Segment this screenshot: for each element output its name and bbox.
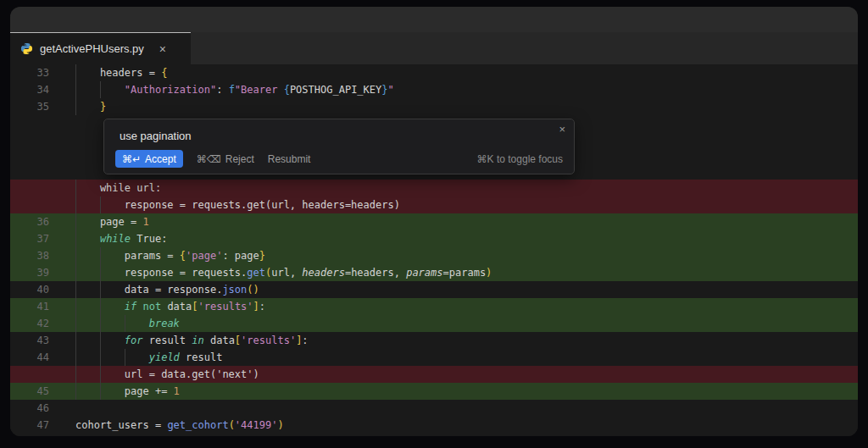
code-token: headers = [75,67,161,79]
code-line[interactable]: while url: [10,180,858,196]
code-text: page = 1 [49,213,149,230]
code-line[interactable]: 42 break [10,315,858,332]
tab-getactivephusers[interactable]: getActivePHUsers.py × [10,32,191,64]
indent-guide [75,213,76,230]
code-token: POSTHOG_API_KEY [290,84,381,96]
indent-guide [75,264,76,281]
code-token: data [204,335,235,346]
code-line[interactable]: response = requests.get(url, headers=hea… [10,196,858,213]
indent-guide [75,332,76,349]
code-token: ) [486,267,492,279]
code-text: response = requests.get(url, headers=hea… [49,196,400,213]
reject-button[interactable]: ⌘⌫ Reject [197,153,254,165]
code-line[interactable]: 37 while True: [10,230,858,247]
code-line[interactable]: 40 data = response.json() [10,281,858,298]
resubmit-button[interactable]: Resubmit [268,153,311,165]
code-line[interactable]: 35 } [10,98,858,115]
code-line[interactable]: 47cohort_users = get_cohort('44199') [10,417,858,434]
indent-guide [100,349,101,366]
reject-shortcut: ⌘⌫ [197,153,221,165]
code-token: "Bearer [235,84,284,96]
code-text: while True: [49,230,167,247]
code-text: cohort_users = get_cohort('44199') [49,417,284,434]
line-number: 36 [10,213,49,230]
code-token: json [222,284,247,296]
code-token: () [247,284,259,296]
code-line[interactable]: 33 headers = { [10,64,858,81]
code-token: True: [131,233,167,245]
code-line[interactable]: 39 response = requests.get(url, headers=… [10,264,858,281]
accept-label: Accept [145,153,176,165]
line-number: 42 [10,315,49,332]
code-token: [ [235,335,241,346]
indent-guide [100,247,101,264]
prompt-close-icon[interactable]: × [559,123,565,136]
code-line[interactable]: 34 "Authorization": f"Bearer {POSTHOG_AP… [10,81,858,98]
code-line[interactable]: 44 yield result [10,349,858,366]
line-number [10,196,49,213]
indent-guide [75,230,76,247]
code-token: page = [75,216,142,228]
tab-close-icon[interactable]: × [159,42,166,56]
accept-button[interactable]: ⌘↵ Accept [115,150,183,168]
code-token [75,351,149,363]
indent-guide [75,64,76,81]
code-token: " [388,84,394,96]
code-text: for result in data['results']: [49,332,309,349]
line-number: 40 [10,281,49,298]
code-line[interactable]: 36 page = 1 [10,213,858,230]
code-token: params [406,267,442,279]
indent-guide [75,298,76,315]
code-text: } [49,98,106,115]
code-line[interactable]: 45 page += 1 [10,383,858,400]
code-token: : [216,84,228,96]
code-token: 1 [174,385,180,397]
code-token: } [259,250,265,262]
code-line[interactable]: 38 params = {'page': page} [10,247,858,264]
code-text: if not data['results']: [49,298,265,315]
code-token: if [125,301,136,312]
line-number: 46 [10,400,49,417]
code-line[interactable]: 41 if not data['results']: [10,298,858,315]
window-titlebar [10,7,858,32]
code-line[interactable]: 43 for result in data['results']: [10,332,858,349]
code-token: : [259,301,265,312]
indent-guide [100,196,101,213]
line-number: 33 [10,64,49,81]
indent-guide [100,298,101,315]
code-token: url = data.get('next') [75,368,259,380]
code-token: : [302,335,308,346]
python-icon [20,42,33,55]
code-token: result [142,335,192,346]
code-token: } [381,84,387,96]
indent-guide [100,81,101,98]
line-number: 34 [10,81,49,98]
code-token: in [192,335,203,346]
code-token: while [100,233,131,245]
code-token [75,101,100,113]
line-number: 41 [10,298,49,315]
code-token: get_cohort [167,419,228,431]
line-number: 43 [10,332,49,349]
indent-guide [100,281,101,298]
tab-filename: getActivePHUsers.py [40,42,144,55]
code-token: { [161,67,167,79]
code-text: break [49,315,180,332]
code-token [75,233,100,245]
indent-guide [100,332,101,349]
code-token: yield [149,351,180,363]
indent-guide [75,81,76,98]
code-token: page += [75,385,174,397]
code-editor[interactable]: 33 headers = {34 "Authorization": f"Bear… [10,64,858,436]
indent-guide [75,349,76,366]
code-line[interactable]: 46 [10,400,858,417]
indent-guide [75,281,76,298]
indent-guide [75,383,76,400]
code-line[interactable]: url = data.get('next') [10,366,858,383]
code-token: ] [253,301,259,312]
reject-label: Reject [225,153,254,165]
code-token: break [149,318,180,329]
indent-guide [75,180,76,196]
code-token: response = requests. [75,267,247,279]
code-token: ) [277,419,283,431]
